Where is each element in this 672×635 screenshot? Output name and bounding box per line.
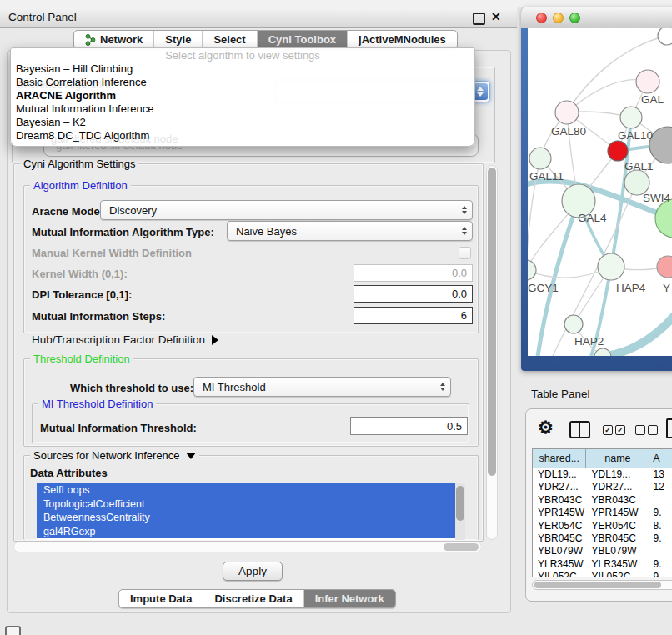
network-node-bottom[interactable] — [594, 348, 611, 356]
deselect-all-checkbox-icon[interactable] — [635, 425, 645, 435]
select-all-checkbox-icon[interactable]: ✓ — [615, 425, 625, 435]
column-header-name[interactable]: name — [586, 449, 649, 468]
network-node-red[interactable] — [608, 141, 628, 161]
tab-impute-data[interactable]: Impute Data — [119, 590, 203, 608]
split-columns-icon[interactable] — [569, 421, 590, 438]
cell[interactable]: YER054C — [587, 520, 650, 532]
table-row[interactable]: YDL19... YDL19... 13 — [533, 468, 672, 481]
network-node-gal10[interactable] — [620, 107, 642, 128]
network-canvas[interactable]: GAL GAL80 GAL10 GAL1 GAL11 SWI4 GAL4 GCY… — [528, 28, 672, 356]
tab-discretize-data[interactable]: Discretize Data — [203, 590, 303, 608]
dropdown-option-dream8[interactable]: Dream8 DC_TDC Algorithm — [16, 129, 149, 142]
mi-threshold-field[interactable]: 0.5 — [350, 417, 468, 435]
column-header-third[interactable]: A — [649, 449, 672, 468]
hub-definition-section[interactable]: Hub/Transcription Factor Definition — [32, 333, 218, 346]
cell[interactable]: YLR345W — [533, 558, 587, 571]
cell[interactable]: YDR27... — [533, 481, 587, 493]
float-window-icon[interactable] — [473, 12, 485, 25]
zoom-traffic-light[interactable] — [569, 12, 580, 23]
settings-horizontal-scrollbar[interactable] — [13, 542, 482, 552]
network-node-gal80[interactable] — [555, 101, 579, 124]
table-row[interactable]: YIL052C YIL052C 9 — [533, 571, 672, 578]
list-item-selfloops[interactable]: SelfLoops — [37, 483, 455, 498]
cell[interactable]: 9. — [650, 532, 672, 545]
close-icon[interactable]: ✕ — [491, 10, 501, 23]
cell[interactable]: YIL052C — [587, 571, 650, 578]
which-threshold-combobox[interactable]: MI Threshold — [193, 377, 451, 397]
gear-icon[interactable]: ⚙ — [538, 418, 554, 438]
cell[interactable]: YPR145W — [533, 507, 587, 519]
cell[interactable]: 13 — [650, 468, 672, 481]
table-row[interactable]: YLR345W YLR345W 9. — [533, 558, 672, 571]
deselect-all-checkbox-icon[interactable] — [648, 425, 658, 435]
cell[interactable]: 9 — [650, 571, 672, 578]
select-all-checkbox-icon[interactable]: ✓ — [603, 425, 613, 435]
new-table-icon[interactable] — [666, 418, 672, 438]
cell[interactable]: YER054C — [533, 520, 587, 532]
apply-button[interactable]: Apply — [223, 562, 283, 581]
cell[interactable]: YBR045C — [533, 532, 587, 545]
network-node-pink-top[interactable] — [636, 70, 659, 93]
tab-infer-network[interactable]: Infer Network — [304, 590, 395, 608]
grid-corner-icon[interactable] — [5, 626, 21, 635]
cell[interactable]: YBR045C — [587, 532, 650, 545]
list-item-betweennesscentrality[interactable]: BetweennessCentrality — [37, 511, 455, 525]
column-header-shared-name[interactable]: shared... — [533, 449, 586, 468]
data-attributes-list[interactable]: SelfLoops TopologicalCoefficient Between… — [37, 483, 465, 540]
expanded-arrow-icon[interactable] — [186, 452, 196, 459]
dropdown-option-aracne[interactable]: ARACNE Algorithm — [16, 89, 116, 102]
cell[interactable]: YBR043C — [533, 494, 587, 507]
table-row[interactable]: YPR145W YPR145W 9. — [533, 507, 672, 519]
tab-jactivemnodules[interactable]: jActiveMNodules — [348, 31, 457, 48]
table-row[interactable]: YBR045C YBR045C 9. — [533, 532, 672, 545]
network-node-gcy1[interactable] — [528, 260, 536, 280]
cell[interactable]: 9. — [650, 558, 672, 571]
settings-vertical-scrollbar[interactable] — [486, 165, 498, 540]
network-node-bright-green[interactable] — [655, 199, 672, 238]
cell[interactable]: YDL19... — [533, 468, 587, 481]
network-node-hap2[interactable] — [564, 315, 583, 333]
cell[interactable]: YPR145W — [587, 507, 650, 519]
mi-steps-field[interactable]: 6 — [354, 307, 473, 324]
mi-algorithm-type-combobox[interactable]: Naive Bayes — [227, 221, 473, 241]
cell[interactable]: 12 — [650, 481, 672, 493]
cell[interactable]: 9. — [650, 507, 672, 519]
close-traffic-light[interactable] — [536, 12, 547, 23]
tab-cyni-toolbox[interactable]: Cyni Toolbox — [258, 31, 348, 48]
dropdown-option-mutual-information[interactable]: Mutual Information Inference — [16, 102, 153, 116]
table-scrollbar-thumb[interactable] — [534, 582, 661, 588]
cell[interactable] — [650, 545, 672, 558]
minimize-traffic-light[interactable] — [553, 12, 564, 23]
cell[interactable]: YDL19... — [587, 468, 650, 481]
table-row[interactable]: YBL079W YBL079W — [533, 545, 672, 558]
cell[interactable]: YBR043C — [587, 494, 650, 507]
horizontal-scrollbar-thumb[interactable] — [444, 543, 479, 551]
list-item-gal4rgexp[interactable]: gal4RGexp — [37, 525, 455, 539]
network-node-hap4[interactable] — [598, 253, 624, 280]
network-node-partial[interactable] — [658, 28, 672, 45]
tab-style[interactable]: Style — [154, 31, 203, 48]
manual-kernel-checkbox[interactable] — [459, 247, 471, 259]
dropdown-option-bayesian-k2[interactable]: Bayesian – K2 — [16, 116, 86, 129]
table-row[interactable]: YER054C YER054C 8. — [533, 520, 672, 532]
cell[interactable]: YIL052C — [533, 571, 587, 578]
cell[interactable]: YBL079W — [533, 545, 587, 558]
cell[interactable]: YBL079W — [587, 545, 650, 558]
table-row[interactable]: YBR043C YBR043C — [533, 494, 672, 507]
network-window-titlebar[interactable] — [521, 7, 672, 28]
cell[interactable]: YLR345W — [587, 558, 650, 571]
tab-select[interactable]: Select — [203, 31, 257, 48]
kernel-width-field[interactable]: 0.0 — [354, 264, 473, 282]
list-item-topologicalcoefficient[interactable]: TopologicalCoefficient — [37, 498, 455, 512]
aracne-mode-combobox[interactable]: Discovery — [100, 200, 473, 220]
dropdown-option-bayesian-hill-climbing[interactable]: Bayesian – Hill Climbing — [16, 62, 133, 76]
list-scrollbar[interactable] — [455, 483, 465, 540]
collapsed-arrow-icon[interactable] — [212, 335, 218, 345]
cell[interactable]: 8. — [650, 520, 672, 532]
control-panel-titlebar[interactable]: Control Panel ✕ — [0, 7, 517, 28]
tab-network[interactable]: Network — [74, 31, 154, 48]
vertical-scrollbar-thumb[interactable] — [488, 168, 496, 476]
network-node-salmon[interactable] — [657, 256, 672, 278]
network-node-gal11[interactable] — [529, 148, 551, 169]
table-row[interactable]: YDR27... YDR27... 12 — [533, 481, 672, 493]
